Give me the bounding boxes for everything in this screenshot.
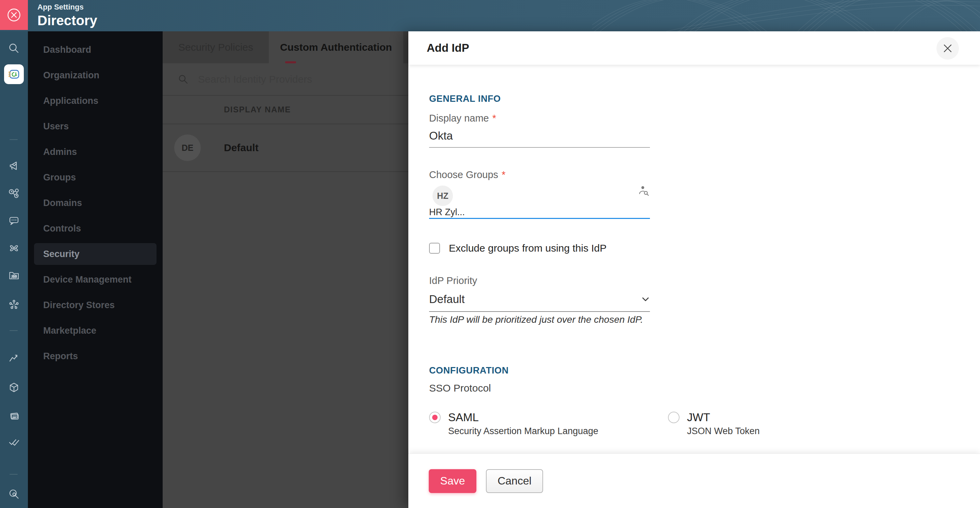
radio-option-saml[interactable]: SAML Security Assertion Markup Language [429, 411, 668, 436]
circle-x-logo-icon [5, 5, 24, 24]
sidebar-item-users[interactable]: Users [28, 114, 163, 139]
security-content: Security Policies Custom Authentication … [163, 31, 408, 508]
rail-divider [10, 330, 18, 331]
radio-jwt[interactable] [668, 412, 679, 423]
tab-bar: Security Policies Custom Authentication [163, 31, 408, 63]
folder-users-icon[interactable] [7, 268, 21, 282]
display-name-label-row: Display name* [429, 113, 496, 124]
required-asterisk: * [501, 169, 505, 180]
sidebar-item-marketplace[interactable]: Marketplace [28, 318, 163, 344]
rail-divider [10, 139, 18, 140]
jwt-description: JSON Web Token [687, 426, 760, 436]
sidebar-item-controls[interactable]: Controls [28, 216, 163, 241]
app-window: App Settings Directory [0, 0, 980, 508]
idp-name: Default [224, 142, 259, 154]
idp-priority-select[interactable]: Default [429, 293, 650, 312]
sso-protocol-label: SSO Protocol [429, 382, 491, 394]
page-title: Directory [37, 12, 97, 29]
exclude-groups-checkbox[interactable] [429, 243, 440, 254]
sidebar-item-security[interactable]: Security [34, 243, 156, 265]
saml-description: Security Assertion Markup Language [448, 426, 598, 436]
idp-avatar: DE [174, 134, 201, 161]
idp-priority-value: Default [429, 293, 465, 306]
chevron-down-icon [641, 295, 650, 304]
column-display-name: DISPLAY NAME [224, 105, 291, 115]
rail-divider [10, 474, 18, 475]
zoho-one-logo[interactable] [0, 0, 28, 30]
exclude-groups-checkbox-row[interactable]: Exclude groups from using this IdP [429, 242, 607, 254]
display-name-label: Display name [429, 113, 489, 124]
sidebar-item-dashboard[interactable]: Dashboard [28, 37, 163, 63]
idp-priority-helper: This IdP will be prioritized just over t… [429, 314, 643, 325]
cancel-button[interactable]: Cancel [486, 469, 543, 493]
sidebar-item-applications[interactable]: Applications [28, 88, 163, 114]
idp-priority-label: IdP Priority [429, 275, 477, 287]
directory-app-icon[interactable] [4, 64, 24, 84]
clover-apps-icon[interactable] [7, 241, 21, 255]
sidebar-item-organization[interactable]: Organization [28, 63, 163, 88]
panel-footer: Save Cancel [408, 454, 980, 508]
exclude-groups-label: Exclude groups from using this IdP [449, 242, 607, 254]
zoom-search-icon[interactable] [7, 487, 21, 501]
sidebar-item-admins[interactable]: Admins [28, 139, 163, 165]
required-asterisk: * [492, 113, 496, 124]
global-search-icon[interactable] [7, 41, 21, 55]
wave-pattern-decoration [592, 0, 980, 31]
analytics-icon[interactable] [7, 351, 21, 364]
sidebar-item-reports[interactable]: Reports [28, 344, 163, 369]
sidebar-item-domains[interactable]: Domains [28, 190, 163, 216]
user-search-icon [637, 185, 651, 198]
idp-search-bar [163, 63, 408, 96]
group-chip[interactable]: HZ [433, 186, 453, 206]
tab-custom-authentication[interactable]: Custom Authentication [269, 31, 403, 63]
double-check-icon[interactable] [7, 435, 21, 448]
jwt-label: JWT [687, 411, 760, 424]
documents-icon[interactable] [7, 409, 21, 423]
choose-groups-label-row: Choose Groups* [429, 169, 505, 180]
section-general-info: GENERAL INFO [429, 94, 501, 104]
panel-title: Add IdP [427, 41, 469, 54]
connections-icon[interactable] [7, 186, 21, 200]
close-button[interactable] [937, 37, 959, 60]
add-idp-panel: Add IdP GENERAL INFO Display name* Choos… [408, 31, 980, 508]
radio-saml[interactable] [429, 412, 441, 423]
panel-header: Add IdP [408, 31, 980, 65]
search-icon [178, 74, 189, 85]
panel-body: GENERAL INFO Display name* Choose Groups… [408, 65, 980, 454]
sidebar-item-groups[interactable]: Groups [28, 165, 163, 190]
tab-label: Custom Authentication [280, 41, 392, 53]
display-name-input[interactable] [429, 129, 650, 148]
search-input[interactable] [197, 73, 388, 86]
radio-option-jwt[interactable]: JWT JSON Web Token [668, 411, 760, 436]
chat-icon[interactable] [7, 214, 21, 228]
saml-label: SAML [448, 411, 598, 424]
group-chip-caption: HR Zyl... [429, 207, 465, 218]
settings-sidebar: Dashboard Organization Applications User… [28, 31, 163, 508]
top-header: App Settings Directory [0, 0, 980, 31]
radio-selected-dot [432, 415, 438, 420]
team-network-icon[interactable] [7, 298, 21, 312]
header-titles: App Settings Directory [37, 3, 97, 29]
table-row[interactable]: DE Default [163, 124, 408, 172]
tab-security-policies[interactable]: Security Policies [163, 31, 269, 63]
table-header: DISPLAY NAME [163, 96, 408, 124]
browse-groups-button[interactable] [637, 185, 651, 198]
sidebar-item-device-management[interactable]: Device Management [28, 267, 163, 293]
save-button[interactable]: Save [429, 469, 476, 493]
breadcrumb: App Settings [37, 3, 97, 11]
choose-groups-focus-underline[interactable] [429, 218, 650, 219]
cube-icon[interactable] [7, 381, 21, 394]
sso-protocol-options: SAML Security Assertion Markup Language … [429, 411, 760, 436]
app-icon-rail [0, 31, 28, 508]
megaphone-icon[interactable] [7, 159, 21, 173]
sidebar-item-directory-stores[interactable]: Directory Stores [28, 293, 163, 318]
choose-groups-label: Choose Groups [429, 169, 498, 180]
section-configuration: CONFIGURATION [429, 365, 509, 376]
close-icon [943, 43, 953, 53]
